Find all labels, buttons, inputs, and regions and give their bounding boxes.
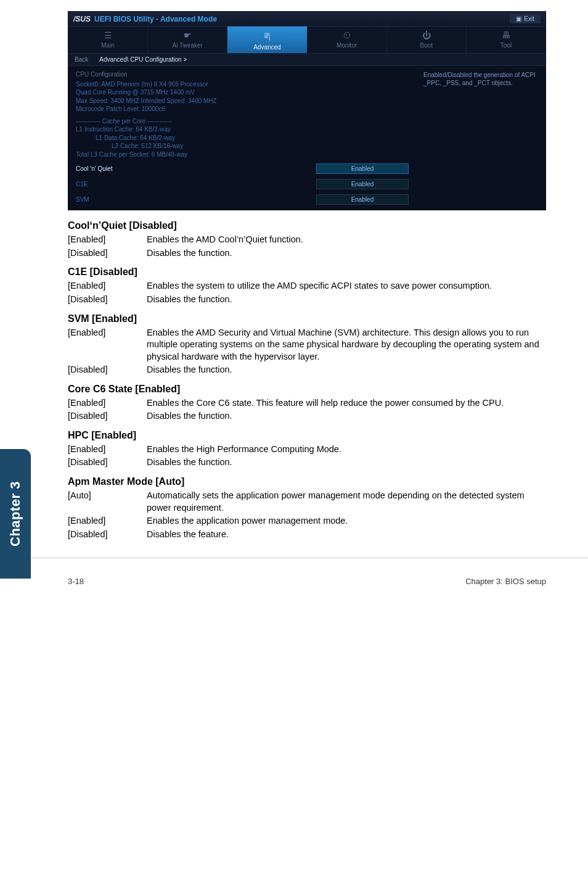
cpu-info-block: Socket0: AMD Phenom (tm) II X4 965 Proce… xyxy=(76,80,409,159)
def-key: [Disabled] xyxy=(68,247,147,260)
def-val: Disables the function. xyxy=(147,294,546,306)
def-row: [Enabled] Enables the application power … xyxy=(68,515,546,527)
cache-l1d: L1 Data Cache: 64 KB/2-way xyxy=(76,134,409,142)
def-key: [Enabled] xyxy=(68,327,147,363)
def-row: [Enabled] Enables the system to utilize … xyxy=(68,280,546,292)
tab-ai-tweaker[interactable]: ☛ Ai Tweaker xyxy=(148,27,227,53)
tab-boot[interactable]: ⏻ Boot xyxy=(387,27,467,53)
section-svm-title: SVM [Enabled] xyxy=(68,313,546,324)
def-row: [Enabled] Enables the Core C6 state. Thi… xyxy=(68,397,546,410)
def-val: Enables the AMD Security and Virtual Mac… xyxy=(147,327,546,363)
tab-monitor-label: Monitor xyxy=(337,42,357,49)
field-cool-label: Cool 'n' Quiet xyxy=(76,165,112,172)
tab-tool-label: Tool xyxy=(500,42,512,49)
brand-logo: /SUS xyxy=(73,15,91,23)
def-row: [Enabled] Enables the AMD Cool’n’Quiet f… xyxy=(68,234,546,246)
def-val: Disables the feature. xyxy=(147,529,546,541)
def-key: [Enabled] xyxy=(68,397,147,410)
tab-boot-label: Boot xyxy=(420,42,433,49)
bios-screenshot: /SUS UEFI BIOS Utility - Advanced Mode ▣… xyxy=(68,11,546,210)
tab-main-label: Main xyxy=(101,42,115,49)
field-svm-value[interactable]: Enabled xyxy=(316,194,409,205)
def-row: [Disabled] Disables the feature. xyxy=(68,529,546,541)
section-cool-title: Cool‘n’Quiet [Disabled] xyxy=(68,220,546,231)
def-row: [Disabled] Disables the function. xyxy=(68,456,546,469)
cpu-microcode: Microcode Patch Level: 10000c6 xyxy=(76,105,409,113)
field-svm-label: SVM xyxy=(76,196,89,203)
page-number: 3-18 xyxy=(68,577,84,586)
def-row: [Disabled] Disables the function. xyxy=(68,294,546,306)
list-icon: ☰ xyxy=(68,30,147,40)
exit-button[interactable]: ▣ Exit xyxy=(510,14,541,23)
section-c1e-title: C1E [Disabled] xyxy=(68,266,546,278)
field-c1e-label: C1E xyxy=(76,181,88,188)
chip-icon: ⎚i xyxy=(227,30,306,42)
def-key: [Enabled] xyxy=(68,515,147,527)
footer-title: Chapter 3: BIOS setup xyxy=(465,577,546,586)
cache-l1i: L1 Instruction Cache: 64 KB/2-way xyxy=(76,125,409,134)
hand-icon: ☛ xyxy=(148,30,227,40)
tab-monitor[interactable]: ⏲ Monitor xyxy=(308,27,387,53)
def-key: [Auto] xyxy=(68,490,147,514)
def-key: [Disabled] xyxy=(68,456,147,469)
tab-advanced-label: Advanced xyxy=(253,44,280,51)
def-val: Enables the High Performance Computing M… xyxy=(147,444,546,456)
tab-advanced[interactable]: ⎚i Advanced xyxy=(227,27,307,53)
exit-icon: ▣ xyxy=(516,15,521,22)
cpu-speed: Max Speed: 3400 MHZ Intended Speed: 3400… xyxy=(76,97,409,105)
def-key: [Disabled] xyxy=(68,529,147,541)
section-hpc-title: HPC [Enabled] xyxy=(68,430,546,441)
def-key: [Enabled] xyxy=(68,280,147,292)
chapter-spine: Chapter 3 xyxy=(0,449,31,579)
field-cool-value[interactable]: Enabled xyxy=(316,163,409,174)
breadcrumb: Back Advanced\ CPU Configuration > xyxy=(68,53,545,66)
def-val: Enables the system to utilize the AMD sp… xyxy=(147,280,546,292)
def-key: [Disabled] xyxy=(68,410,147,423)
breadcrumb-path: Advanced\ CPU Configuration > xyxy=(99,56,187,63)
bios-title-bar: /SUS UEFI BIOS Utility - Advanced Mode ▣… xyxy=(68,12,545,27)
page-footer: 3-18 Chapter 3: BIOS setup xyxy=(0,558,588,597)
def-key: [Enabled] xyxy=(68,234,147,246)
chapter-spine-label: Chapter 3 xyxy=(7,481,23,547)
exit-label: Exit xyxy=(524,15,534,22)
def-row: [Disabled] Disables the function. xyxy=(68,247,546,260)
help-text: Enabled/Disabled the generation of ACPI … xyxy=(423,71,538,87)
def-val: Disables the function. xyxy=(147,456,546,469)
section-apm-title: Apm Master Mode [Auto] xyxy=(68,476,546,487)
back-button[interactable]: Back xyxy=(75,56,88,63)
section-c6-title: Core C6 State [Enabled] xyxy=(68,384,546,395)
monitor-icon: ⏲ xyxy=(308,30,386,40)
cpu-socket: Socket0: AMD Phenom (tm) II X4 965 Proce… xyxy=(76,80,409,89)
def-val: Enables the Core C6 state. This feature … xyxy=(147,397,546,410)
def-row: [Disabled] Disables the function. xyxy=(68,410,546,423)
cache-header: ------------ Cache per Core ------------ xyxy=(76,117,409,126)
power-icon: ⏻ xyxy=(387,30,466,40)
def-row: [Auto] Automatically sets the applicatio… xyxy=(68,490,546,514)
def-key: [Disabled] xyxy=(68,294,147,306)
bios-title-text: UEFI BIOS Utility - Advanced Mode xyxy=(94,15,217,23)
tab-tool[interactable]: 🖶 Tool xyxy=(467,27,545,53)
cache-l2: L2 Cache: 512 KB/16-way xyxy=(76,142,409,151)
def-val: Automatically sets the application power… xyxy=(147,490,546,514)
def-row: [Enabled] Enables the AMD Security and V… xyxy=(68,327,546,363)
def-key: [Enabled] xyxy=(68,444,147,456)
cache-l3: Total L3 Cache per Socket: 6 MB/48-way xyxy=(76,151,409,159)
bios-tabs: ☰ Main ☛ Ai Tweaker ⎚i Advanced ⏲ Monito… xyxy=(68,27,545,53)
def-key: [Disabled] xyxy=(68,364,147,376)
tab-main[interactable]: ☰ Main xyxy=(68,27,148,53)
def-val: Disables the function. xyxy=(147,247,546,260)
def-val: Disables the function. xyxy=(147,410,546,423)
def-row: [Disabled] Disables the function. xyxy=(68,364,546,376)
cpu-running: Quad Core Running @ 3715 MHz 1400 mV xyxy=(76,88,409,97)
def-row: [Enabled] Enables the High Performance C… xyxy=(68,444,546,456)
tab-ai-tweaker-label: Ai Tweaker xyxy=(173,42,203,49)
cpu-config-heading: CPU Configuration xyxy=(76,71,409,78)
def-val: Enables the application power management… xyxy=(147,515,546,527)
def-val: Disables the function. xyxy=(147,364,546,376)
def-val: Enables the AMD Cool’n’Quiet function. xyxy=(147,234,546,246)
tool-icon: 🖶 xyxy=(467,30,545,40)
field-c1e-value[interactable]: Enabled xyxy=(316,179,409,189)
